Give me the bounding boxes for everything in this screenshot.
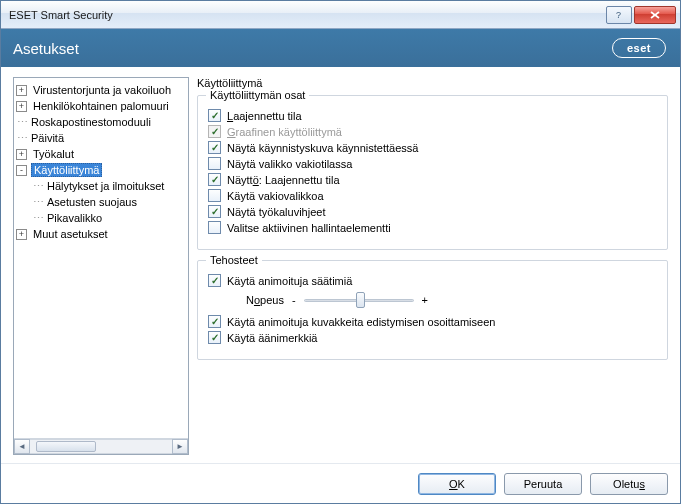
checkbox-icon[interactable] — [208, 173, 221, 186]
tree-item-label: Hälytykset ja ilmoitukset — [45, 180, 166, 192]
opt-graphical-ui: Graafinen käyttöliittymä — [208, 125, 657, 138]
opt-show-tooltips[interactable]: Näytä työkaluvihjeet — [208, 205, 657, 218]
opt-animated-controls[interactable]: Käytä animoituja säätimiä — [208, 274, 657, 287]
checkbox-icon[interactable] — [208, 141, 221, 154]
section-title: Asetukset — [13, 40, 79, 57]
tree-item-alerts[interactable]: ⋯ Hälytykset ja ilmoitukset — [16, 178, 186, 194]
tree-item-label: Virustentorjunta ja vakoiluoh — [31, 84, 173, 96]
tree-item-label: Käyttöliittymä — [31, 163, 102, 177]
tree-item-update[interactable]: ⋯ Päivitä — [16, 130, 186, 146]
speed-plus: + — [422, 294, 428, 306]
opt-display-extended[interactable]: Näyttö: Laajennettu tila — [208, 173, 657, 186]
opt-show-menu-standard[interactable]: Näytä valikko vakiotilassa — [208, 157, 657, 170]
checkbox-icon[interactable] — [208, 109, 221, 122]
tree-item-quickmenu[interactable]: ⋯ Pikavalikko — [16, 210, 186, 226]
opt-select-active-control[interactable]: Valitse aktiivinen hallintaelementti — [208, 221, 657, 234]
tree-item-label: Henkilökohtainen palomuuri — [31, 100, 171, 112]
checkbox-icon[interactable] — [208, 189, 221, 202]
checkbox-label: Käytä animoituja kuvakkeita edistymisen … — [227, 316, 495, 328]
window-controls: ? — [606, 6, 676, 24]
help-button[interactable]: ? — [606, 6, 632, 24]
checkbox-icon — [208, 125, 221, 138]
eset-badge-icon: eset — [612, 38, 666, 58]
collapse-icon[interactable]: - — [16, 165, 27, 176]
expand-icon[interactable]: + — [16, 101, 27, 112]
checkbox-icon[interactable] — [208, 331, 221, 344]
expand-icon[interactable]: + — [16, 85, 27, 96]
tree-item-label: Pikavalikko — [45, 212, 104, 224]
checkbox-label: Graafinen käyttöliittymä — [227, 126, 342, 138]
tree-leaf-icon: ⋯ — [32, 180, 45, 193]
tree-leaf-icon: ⋯ — [32, 212, 45, 225]
opt-extended-mode[interactable]: Laajennettu tila — [208, 109, 657, 122]
opt-show-splash[interactable]: Näytä käynnistyskuva käynnistettäessä — [208, 141, 657, 154]
settings-window: ESET Smart Security ? Asetukset eset + V… — [0, 0, 681, 504]
defaults-button[interactable]: Oletus — [590, 473, 668, 495]
expand-icon[interactable]: + — [16, 229, 27, 240]
ok-button[interactable]: OK — [418, 473, 496, 495]
checkbox-icon[interactable] — [208, 221, 221, 234]
tree-item-label: Asetusten suojaus — [45, 196, 139, 208]
group-legend: Käyttöliittymän osat — [206, 89, 309, 101]
checkbox-label: Käytä vakiovalikkoa — [227, 190, 324, 202]
content-pane: Käyttöliittymä Käyttöliittymän osat Laaj… — [197, 77, 668, 455]
tree-item-ui[interactable]: - Käyttöliittymä — [16, 162, 186, 178]
close-button[interactable] — [634, 6, 676, 24]
checkbox-label: Näytä käynnistyskuva käynnistettäessä — [227, 142, 418, 154]
tree-item-tools[interactable]: + Työkalut — [16, 146, 186, 162]
tree-leaf-icon: ⋯ — [32, 196, 45, 209]
titlebar: ESET Smart Security ? — [1, 1, 680, 29]
checkbox-label: Näytä valikko vakiotilassa — [227, 158, 352, 170]
tree-item-label: Päivitä — [29, 132, 66, 144]
tree-item-label: Työkalut — [31, 148, 76, 160]
cancel-button[interactable]: Peruuta — [504, 473, 582, 495]
speed-slider[interactable] — [304, 291, 414, 309]
tree-item-label: Muut asetukset — [31, 228, 110, 240]
svg-text:?: ? — [616, 10, 621, 20]
speed-minus: - — [292, 294, 296, 306]
checkbox-label: Laajennettu tila — [227, 110, 302, 122]
opt-use-standard-menu[interactable]: Käytä vakiovalikkoa — [208, 189, 657, 202]
scroll-left-icon[interactable]: ◄ — [14, 439, 30, 454]
checkbox-label: Käytä äänimerkkiä — [227, 332, 318, 344]
tree-item-other[interactable]: + Muut asetukset — [16, 226, 186, 242]
speed-label: Nopeus — [246, 294, 284, 306]
page-title: Käyttöliittymä — [197, 77, 668, 89]
tree-item-settings-protection[interactable]: ⋯ Asetusten suojaus — [16, 194, 186, 210]
group-effects: Tehosteet Käytä animoituja säätimiä Nope… — [197, 260, 668, 360]
checkbox-icon[interactable] — [208, 274, 221, 287]
opt-use-sound[interactable]: Käytä äänimerkkiä — [208, 331, 657, 344]
scroll-thumb[interactable] — [36, 441, 96, 452]
checkbox-icon[interactable] — [208, 157, 221, 170]
checkbox-label: Näytä työkaluvihjeet — [227, 206, 325, 218]
brand-bar: Asetukset eset — [1, 29, 680, 67]
settings-tree-panel: + Virustentorjunta ja vakoiluoh + Henkil… — [13, 77, 189, 455]
group-ui-parts: Käyttöliittymän osat Laajennettu tila Gr… — [197, 95, 668, 250]
window-title: ESET Smart Security — [9, 9, 606, 21]
scroll-right-icon[interactable]: ► — [172, 439, 188, 454]
scroll-track[interactable] — [30, 439, 172, 454]
checkbox-label: Valitse aktiivinen hallintaelementti — [227, 222, 391, 234]
tree-leaf-icon: ⋯ — [16, 132, 29, 145]
tree-leaf-icon: ⋯ — [16, 116, 29, 129]
tree-item-antivirus[interactable]: + Virustentorjunta ja vakoiluoh — [16, 82, 186, 98]
brand-logo: eset — [612, 38, 666, 58]
settings-tree[interactable]: + Virustentorjunta ja vakoiluoh + Henkil… — [14, 78, 188, 438]
expand-icon[interactable]: + — [16, 149, 27, 160]
checkbox-icon[interactable] — [208, 205, 221, 218]
tree-item-antispam[interactable]: ⋯ Roskapostinestomoduuli — [16, 114, 186, 130]
group-legend: Tehosteet — [206, 254, 262, 266]
checkbox-label: Näyttö: Laajennettu tila — [227, 174, 340, 186]
slider-thumb[interactable] — [356, 292, 365, 308]
speed-row: Nopeus - + — [246, 291, 657, 309]
checkbox-label: Käytä animoituja säätimiä — [227, 275, 352, 287]
checkbox-icon[interactable] — [208, 315, 221, 328]
dialog-footer: OK Peruuta Oletus — [1, 463, 680, 503]
horizontal-scrollbar[interactable]: ◄ ► — [14, 438, 188, 454]
tree-item-label: Roskapostinestomoduuli — [29, 116, 153, 128]
tree-item-firewall[interactable]: + Henkilökohtainen palomuuri — [16, 98, 186, 114]
opt-animated-icons[interactable]: Käytä animoituja kuvakkeita edistymisen … — [208, 315, 657, 328]
dialog-body: + Virustentorjunta ja vakoiluoh + Henkil… — [1, 67, 680, 463]
